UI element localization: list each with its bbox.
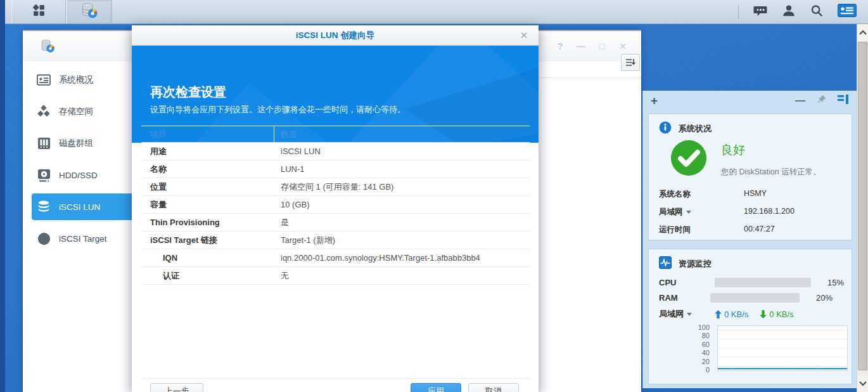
dialog-close-icon[interactable]: ✕ xyxy=(518,30,530,41)
chevron-down-icon xyxy=(686,211,691,214)
disk-group-icon xyxy=(37,136,51,150)
row-value: iSCSI LUN xyxy=(274,147,321,156)
storage-manager-app-button[interactable] xyxy=(67,0,112,23)
resource-monitor-header[interactable]: 资源监控 xyxy=(649,249,852,271)
widget-panel-bar: + — xyxy=(643,91,857,110)
panel-layout-icon[interactable] xyxy=(838,95,849,107)
window-controls: ? — □ ✕ xyxy=(556,41,627,51)
row-value: LUN-1 xyxy=(274,164,305,174)
uptime-row: 运行时间 00:47:27 xyxy=(659,225,843,235)
sidebar-item-label: 存储空间 xyxy=(59,106,93,117)
window-minimize-icon[interactable]: — xyxy=(577,41,585,51)
row-value: 192.168.1.200 xyxy=(744,207,795,218)
user-options-icon[interactable] xyxy=(782,4,796,20)
sort-button[interactable] xyxy=(621,54,640,71)
window-maximize-icon[interactable]: □ xyxy=(597,41,606,51)
sidebar-item-label: HDD/SSD xyxy=(59,171,98,180)
tray-separator xyxy=(738,5,739,19)
lan-row: 局域网 192.168.1.200 xyxy=(659,207,843,218)
row-label: 名称 xyxy=(141,164,274,175)
cpu-meter-row: CPU 15% xyxy=(659,277,849,287)
sidebar-item-label: iSCSI LUN xyxy=(59,202,100,212)
table-row[interactable]: 用途 iSCSI LUN xyxy=(141,143,530,160)
pilot-view-widgets-icon[interactable] xyxy=(838,4,857,20)
row-value: 存储空间 1 (可用容量: 141 GB) xyxy=(274,181,393,193)
row-label: Thin Provisioning xyxy=(141,218,274,227)
sidebar-item-iscsi-target[interactable]: iSCSI Target xyxy=(32,225,134,252)
sidebar-item-disk-group[interactable]: 磁盘群组 xyxy=(32,130,134,157)
network-traffic-chart xyxy=(717,325,848,371)
previous-button[interactable]: 上一步 xyxy=(150,383,203,392)
row-label: IQN xyxy=(141,253,274,263)
desktop: ? — □ ✕ xyxy=(0,0,868,392)
table-row[interactable]: 容量 10 (GB) xyxy=(141,196,530,214)
volume-cubes-icon xyxy=(37,105,51,119)
health-status: 良好 您的 DiskStation 运转正常。 xyxy=(721,142,821,178)
sidebar-item-label: 磁盘群组 xyxy=(59,138,93,149)
iscsi-lun-wizard-dialog: iSCSI LUN 创建向导 ✕ 再次检查设置 设置向导将会应用下列设置。这个步… xyxy=(132,25,539,392)
widget-panel: + — xyxy=(642,91,857,388)
row-value: 10 (GB) xyxy=(274,200,310,209)
table-header-row: 项目 数值 xyxy=(141,126,530,143)
window-help-icon[interactable]: ? xyxy=(556,41,565,51)
window-close-icon[interactable]: ✕ xyxy=(618,41,627,51)
settings-table: 项目 数值 用途 iSCSI LUN 名称 LUN-1 位置 存储空间 1 (可… xyxy=(141,126,530,285)
iscsi-lun-icon xyxy=(37,200,51,214)
scroll-down-icon[interactable] xyxy=(857,376,868,392)
row-value: Target-1 (新增) xyxy=(274,235,335,246)
sidebar-item-hdd-ssd[interactable]: HDD/SSD xyxy=(32,162,134,188)
health-status-text: 良好 xyxy=(721,142,821,159)
dialog-titlebar[interactable]: iSCSI LUN 创建向导 ✕ xyxy=(132,25,539,46)
row-value: iqn.2000-01.com.synology:HSMY.Target-1.a… xyxy=(274,253,480,263)
row-label: 运行时间 xyxy=(659,225,744,235)
row-value: HSMY xyxy=(744,189,767,200)
upload-arrow-icon xyxy=(715,310,722,318)
health-status-desc: 您的 DiskStation 运转正常。 xyxy=(721,167,821,178)
system-health-header[interactable]: 系统状况 xyxy=(649,114,852,136)
overview-card-icon xyxy=(37,73,51,87)
cancel-button[interactable]: 取消 xyxy=(468,383,519,392)
ram-label: RAM xyxy=(659,293,710,303)
sidebar-item-volume[interactable]: 存储空间 xyxy=(32,98,134,125)
system-health-widget: 系统状况 良好 您的 DiskStation 运转正常。 系统名称 HSMY 局… xyxy=(648,114,852,240)
row-value: 00:47:27 xyxy=(744,225,775,235)
table-row[interactable]: 名称 LUN-1 xyxy=(141,160,530,178)
scroll-up-icon[interactable] xyxy=(857,24,868,41)
sidebar-item-overview[interactable]: 系统概况 xyxy=(32,67,134,93)
table-row[interactable]: IQN iqn.2000-01.com.synology:HSMY.Target… xyxy=(141,249,530,267)
table-row[interactable]: iSCSI Target 链接 Target-1 (新增) xyxy=(141,232,530,249)
ram-percent: 20% xyxy=(816,293,833,303)
sidebar: 系统概况 存储空间 xyxy=(23,62,132,392)
column-header-item[interactable]: 项目 xyxy=(141,126,274,142)
column-header-value[interactable]: 数值 xyxy=(274,129,297,140)
main-menu-button[interactable] xyxy=(11,0,66,23)
table-row[interactable]: 认证 无 xyxy=(141,267,530,285)
cpu-percent: 15% xyxy=(827,278,844,287)
storage-manager-app-icon xyxy=(81,2,98,22)
widget-title: 系统状况 xyxy=(679,123,712,134)
upload-rate: 0 KB/s xyxy=(715,310,748,319)
apply-button[interactable]: 应用 xyxy=(411,383,461,392)
health-ok-icon xyxy=(670,140,707,179)
download-rate: 0 KB/s xyxy=(760,310,793,319)
sidebar-item-label: 系统概况 xyxy=(59,74,93,86)
add-widget-icon[interactable]: + xyxy=(651,94,658,108)
resource-monitor-icon xyxy=(659,256,672,271)
window-app-icon xyxy=(41,39,55,56)
page-scrollbar[interactable] xyxy=(857,24,868,392)
scrollbar-thumb[interactable] xyxy=(858,42,867,370)
banner-heading: 再次检查设置 xyxy=(150,84,226,101)
iscsi-target-icon xyxy=(37,232,51,245)
panel-minimize-icon[interactable]: — xyxy=(795,95,805,107)
table-row[interactable]: Thin Provisioning 是 xyxy=(141,214,530,232)
desktop-left-edge xyxy=(0,0,5,392)
pin-icon[interactable] xyxy=(816,94,827,107)
search-icon[interactable] xyxy=(810,4,824,20)
table-row[interactable]: 位置 存储空间 1 (可用容量: 141 GB) xyxy=(141,178,530,196)
sort-descending-icon xyxy=(625,58,635,67)
download-arrow-icon xyxy=(760,310,767,318)
dialog-title: iSCSI LUN 创建向导 xyxy=(296,30,375,41)
banner-subtitle: 设置向导将会应用下列设置。这个步骤将会花一些时间，请耐心等待。 xyxy=(150,104,405,115)
info-icon xyxy=(659,121,672,136)
notifications-icon[interactable] xyxy=(753,3,768,21)
